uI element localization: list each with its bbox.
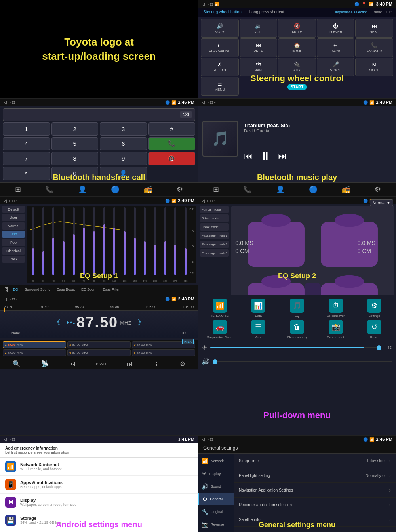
pd-eq-icon[interactable]: 🎵: [290, 299, 304, 313]
tereno-icon[interactable]: 📶: [213, 299, 227, 313]
setting-network[interactable]: 📶 Network & internet Wi-Fi, mobile, and …: [0, 458, 198, 476]
radio-preset-3[interactable]: 3 87.50 MHz: [67, 341, 131, 348]
dial-7[interactable]: 7: [3, 152, 50, 165]
gen-row-panel[interactable]: Panel light setting Normally on ›: [234, 468, 396, 483]
dial-call[interactable]: 📞: [148, 137, 196, 151]
radio-nav-antenna[interactable]: 📡: [41, 360, 49, 367]
nav-apps[interactable]: ⊞: [15, 185, 21, 194]
sidebar-sound[interactable]: 🔊 Sound: [198, 480, 234, 492]
antenna-icon[interactable]: 📡: [41, 360, 49, 367]
exit-btn[interactable]: Exit: [386, 10, 392, 14]
radio-nav-search[interactable]: 🔍: [13, 360, 21, 367]
sw-next[interactable]: ⏭NEXT: [355, 19, 393, 38]
radio-nav-band[interactable]: BAND: [96, 362, 106, 366]
radio-arrow-left[interactable]: 《: [53, 317, 61, 328]
gen-row-recorder[interactable]: Recorder application selection ›: [234, 498, 396, 512]
screensaver-icon[interactable]: ⏱: [329, 299, 343, 313]
sw-answer[interactable]: 📞ANSWER: [355, 38, 393, 57]
sw-home[interactable]: 🏠HOME: [278, 38, 316, 57]
eq2-mode-pass1[interactable]: Passenger mode1: [200, 232, 229, 239]
eq-preset-jazz[interactable]: Jazz: [2, 231, 25, 238]
eq-icon[interactable]: 🎛: [153, 360, 160, 367]
gen-row-nav[interactable]: Navigation Application Settings ›: [234, 483, 396, 498]
dial-4[interactable]: 4: [3, 137, 50, 151]
eq-preset-classical[interactable]: Classical: [2, 247, 25, 255]
sw-prev[interactable]: ⏮PREV: [240, 38, 278, 57]
radio-arrow-right[interactable]: 》: [137, 317, 145, 328]
pd-settings-icon[interactable]: ⚙: [367, 299, 381, 313]
dial-3[interactable]: 3: [100, 122, 147, 136]
sw-vol-plus[interactable]: 🔊VOL+: [201, 19, 239, 38]
radio-nav-next[interactable]: ⏭: [126, 360, 133, 367]
reset-btn[interactable]: Reset: [372, 10, 382, 14]
nav-bt[interactable]: 🔵: [111, 185, 120, 194]
dial-endcall[interactable]: 📵: [148, 152, 196, 165]
setting-display[interactable]: 🖥 Display Wallpaper, screen timeout, fon…: [0, 494, 198, 511]
sidebar-original[interactable]: 🔧 Original: [198, 506, 234, 518]
nav-bt2[interactable]: 📻: [144, 185, 152, 194]
nav-settings[interactable]: ⚙: [177, 185, 183, 194]
radio-preset-4[interactable]: 4 87.50 MHz: [67, 349, 131, 356]
radio-preset-2[interactable]: 2 87.50 MHz: [3, 349, 66, 356]
eq2-mode-fullcar[interactable]: Full car mode: [200, 206, 229, 213]
bt-prev-btn[interactable]: ⏮: [244, 151, 253, 161]
eq-preset-pop[interactable]: Pop: [2, 239, 25, 246]
dial-input[interactable]: ⌫: [3, 108, 195, 121]
brightness-slider[interactable]: [210, 347, 381, 348]
nav-phone2[interactable]: 📞: [243, 185, 252, 194]
dial-6[interactable]: 6: [100, 137, 147, 151]
search-icon[interactable]: 🔍: [13, 360, 21, 367]
steering-tab-longpress[interactable]: Long press shortcut: [248, 9, 286, 15]
nav-phone[interactable]: 📞: [45, 185, 54, 194]
clearmem-icon[interactable]: 🗑: [290, 320, 304, 334]
eq2-mode-driver[interactable]: Driver mode: [200, 214, 229, 222]
sw-play-pause[interactable]: ⏯PLAY/PAUSE: [201, 38, 239, 57]
dial-5[interactable]: 5: [51, 137, 99, 151]
eq-preset-rock[interactable]: Rock: [2, 256, 25, 263]
reset-icon[interactable]: ↺: [367, 320, 381, 334]
eq1-tab-zoom[interactable]: EQ Zoom: [79, 287, 99, 293]
pd-menu-icon[interactable]: ☰: [251, 320, 265, 334]
radio-nav-prev[interactable]: ⏮: [69, 360, 76, 367]
radio-preset-6[interactable]: 6 87.50 MHz: [132, 349, 195, 356]
sidebar-display[interactable]: ☀ Display: [198, 468, 234, 480]
nav-bt3[interactable]: 📻: [342, 185, 350, 194]
eq-preset-normal[interactable]: Normal: [2, 222, 25, 230]
next-icon[interactable]: ⏭: [126, 360, 133, 367]
eq1-tab-icon1[interactable]: 🎛: [4, 287, 9, 293]
setting-privacy[interactable]: 🔒 Privacy Permissions, account activity: [0, 529, 198, 532]
screenshot-icon[interactable]: 📸: [329, 320, 343, 334]
bt-play-btn[interactable]: ⏸: [260, 149, 271, 163]
data-icon[interactable]: 📊: [251, 299, 265, 313]
eq1-tab-surround[interactable]: Surround Sound: [22, 287, 53, 293]
backspace-btn[interactable]: ⌫: [180, 111, 192, 118]
nav-bt-active[interactable]: 🔵: [309, 185, 318, 194]
dial-9[interactable]: 9: [100, 152, 147, 165]
steering-tab-button[interactable]: Steering wheel button: [202, 9, 243, 15]
radio-nav-settings[interactable]: ⚙: [180, 360, 185, 367]
sidebar-general[interactable]: ⚙ General: [198, 493, 234, 505]
bt-next-btn[interactable]: ⏭: [278, 151, 287, 161]
eq2-mode-pass2[interactable]: Passenger mode2: [200, 241, 229, 248]
dial-hash[interactable]: #: [148, 122, 196, 136]
settings-icon[interactable]: ⚙: [180, 360, 185, 367]
prev-icon[interactable]: ⏮: [69, 360, 76, 367]
dial-1[interactable]: 1: [3, 122, 50, 136]
sw-power[interactable]: ⏻POWER: [317, 19, 355, 38]
eq1-tab-bass[interactable]: Bass Boost: [55, 287, 78, 293]
radio-preset-1[interactable]: 1 87.50 MHz: [3, 341, 66, 348]
nav-contacts2[interactable]: 👤: [276, 185, 285, 194]
radio-nav-eq[interactable]: 🎛: [153, 360, 160, 367]
nav-contacts[interactable]: 👤: [78, 185, 87, 194]
eq-preset-user[interactable]: User: [2, 214, 25, 221]
eq2-mode-copilot[interactable]: Cpilot mode: [200, 223, 229, 231]
band-label[interactable]: BAND: [96, 362, 106, 366]
eq2-mode-pass3[interactable]: Passenger mode3: [200, 249, 229, 257]
eq1-tab-filter[interactable]: Bass Filter: [101, 287, 122, 293]
volume-slider[interactable]: [213, 361, 392, 362]
sw-vol-minus[interactable]: 🔉VOL-: [240, 19, 278, 38]
gen-row-sleep[interactable]: Sleep Time 1 day sleep ›: [234, 454, 396, 468]
sw-back[interactable]: ↩BACK: [317, 38, 355, 57]
eq2-normal-badge[interactable]: Normal ▼: [370, 199, 393, 206]
eq-preset-default[interactable]: Default: [2, 206, 25, 213]
